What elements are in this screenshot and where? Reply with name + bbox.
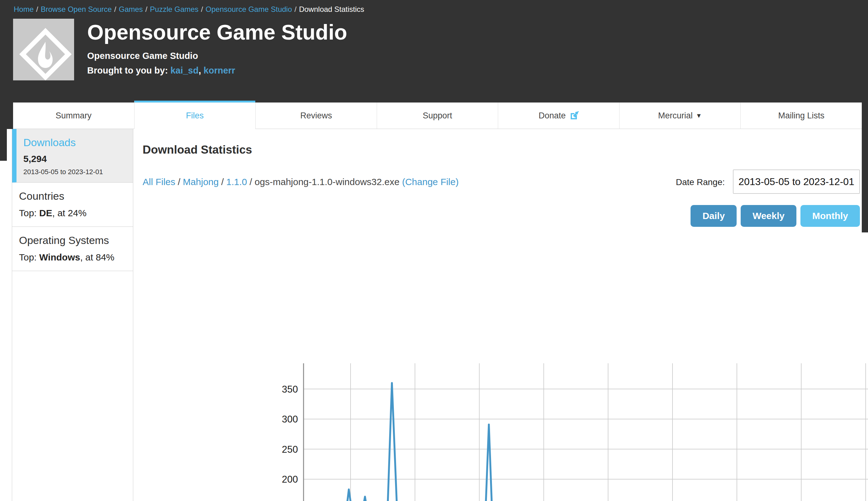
breadcrumb-link[interactable]: Opensource Game Studio bbox=[206, 5, 292, 13]
external-link-icon bbox=[569, 111, 579, 120]
sidebar-section-title: Operating Systems bbox=[19, 234, 128, 246]
tab-files[interactable]: Files bbox=[134, 100, 256, 129]
author-link[interactable]: kai_sd bbox=[170, 65, 198, 75]
breadcrumb-link[interactable]: Browse Open Source bbox=[41, 5, 112, 13]
breadcrumb-link[interactable]: Games bbox=[119, 5, 143, 13]
date-range-label: Date Range: bbox=[676, 177, 725, 187]
tab-support[interactable]: Support bbox=[377, 103, 498, 129]
breadcrumb-separator: / bbox=[292, 5, 299, 13]
monthly-button[interactable]: Monthly bbox=[800, 205, 860, 227]
y-tick-label: 250 bbox=[282, 444, 298, 455]
tab-reviews[interactable]: Reviews bbox=[255, 103, 377, 129]
breadcrumb-separator: / bbox=[34, 5, 41, 13]
file-path-row: All Files/Mahjong/1.1.0/ogs-mahjong-1.1.… bbox=[143, 170, 860, 194]
change-file-link[interactable]: (Change File) bbox=[402, 177, 459, 187]
tab-donate[interactable]: Donate bbox=[498, 103, 619, 129]
tab-label: Summary bbox=[56, 111, 92, 120]
breadcrumb-separator: / bbox=[199, 5, 206, 13]
section-heading: Download Statistics bbox=[143, 143, 860, 157]
downloads-series-line bbox=[306, 383, 868, 501]
project-header: Opensource Game Studio Opensource Game S… bbox=[13, 19, 868, 81]
main-panel: Download Statistics All Files/Mahjong/1.… bbox=[133, 129, 868, 501]
breadcrumb-separator: / bbox=[112, 5, 119, 13]
tab-mercurial[interactable]: Mercurial▼ bbox=[619, 103, 741, 129]
date-range-input[interactable] bbox=[733, 170, 860, 194]
breadcrumb-link[interactable]: Home bbox=[14, 5, 34, 13]
tab-summary[interactable]: Summary bbox=[13, 103, 134, 129]
downloads-date-range: 2013-05-05 to 2023-12-01 bbox=[23, 168, 128, 176]
project-byline: Brought to you by: kai_sd, kornerr bbox=[87, 65, 347, 76]
stats-sidebar: Downloads 5,294 2013-05-05 to 2023-12-01… bbox=[12, 129, 133, 501]
file-path-link[interactable]: Mahjong bbox=[183, 177, 219, 187]
project-meta: Opensource Game Studio Opensource Game S… bbox=[87, 19, 347, 81]
breadcrumb-separator: / bbox=[143, 5, 150, 13]
project-logo bbox=[13, 19, 74, 81]
file-breadcrumb: All Files/Mahjong/1.1.0/ogs-mahjong-1.1.… bbox=[143, 177, 459, 187]
breadcrumb-link[interactable]: Puzzle Games bbox=[150, 5, 199, 13]
tab-label: Files bbox=[186, 111, 204, 120]
sidebar-section-stat: Top: DE, at 24% bbox=[19, 208, 128, 218]
content-area: Downloads 5,294 2013-05-05 to 2023-12-01… bbox=[0, 129, 868, 501]
sidebar-item-countries[interactable]: CountriesTop: DE, at 24% bbox=[12, 183, 133, 227]
author-link[interactable]: kornerr bbox=[204, 65, 235, 75]
daily-button[interactable]: Daily bbox=[691, 205, 737, 227]
breadcrumb-current: Download Statistics bbox=[299, 5, 364, 13]
downloads-chart: Jan 2014Jan 2015Jan 2016Jan 2017Jan 2018… bbox=[267, 358, 868, 501]
file-path-separator: / bbox=[175, 177, 183, 187]
file-path-link[interactable]: 1.1.0 bbox=[226, 177, 247, 187]
y-tick-label: 350 bbox=[282, 384, 298, 395]
breadcrumb: Home/Browse Open Source/Games/Puzzle Gam… bbox=[0, 0, 868, 14]
sidebar-section-stat: Top: Windows, at 84% bbox=[19, 252, 128, 263]
tab-label: Reviews bbox=[300, 111, 332, 120]
download-statistics-page: Home/Browse Open Source/Games/Puzzle Gam… bbox=[0, 0, 868, 501]
weekly-button[interactable]: Weekly bbox=[741, 205, 796, 227]
tab-label: Support bbox=[423, 111, 452, 120]
byline-prefix: Brought to you by: bbox=[87, 65, 170, 75]
tab-label: Mailing Lists bbox=[778, 111, 824, 120]
y-tick-label: 200 bbox=[282, 474, 298, 485]
caret-down-icon: ▼ bbox=[696, 112, 702, 119]
file-path-separator: / bbox=[247, 177, 255, 187]
dark-notch-left bbox=[0, 129, 7, 161]
period-buttons: DailyWeeklyMonthly bbox=[143, 205, 860, 227]
byline-comma: , bbox=[199, 65, 204, 75]
tab-label: Mercurial bbox=[658, 111, 693, 120]
sidebar-item-operating-systems[interactable]: Operating SystemsTop: Windows, at 84% bbox=[12, 227, 133, 271]
y-tick-label: 300 bbox=[282, 414, 298, 425]
project-tabs: SummaryFilesReviewsSupportDonateMercuria… bbox=[13, 103, 862, 129]
file-path-separator: / bbox=[219, 177, 226, 187]
downloads-label: Downloads bbox=[23, 137, 128, 149]
file-path-link[interactable]: All Files bbox=[143, 177, 175, 187]
tab-mailing-lists[interactable]: Mailing Lists bbox=[740, 103, 862, 129]
sidebar-section-title: Countries bbox=[19, 190, 128, 202]
file-path-current: ogs-mahjong-1.1.0-windows32.exe bbox=[255, 177, 402, 187]
sidebar-item-downloads[interactable]: Downloads 5,294 2013-05-05 to 2023-12-01 bbox=[12, 129, 133, 183]
project-subtitle: Opensource Game Studio bbox=[87, 51, 347, 61]
tab-label: Donate bbox=[539, 111, 566, 120]
diamond-flame-icon bbox=[13, 19, 74, 81]
header-band: Home/Browse Open Source/Games/Puzzle Gam… bbox=[0, 0, 868, 129]
downloads-line-chart: Jan 2014Jan 2015Jan 2016Jan 2017Jan 2018… bbox=[267, 358, 868, 501]
page-title: Opensource Game Studio bbox=[87, 21, 347, 44]
downloads-count: 5,294 bbox=[23, 153, 128, 164]
